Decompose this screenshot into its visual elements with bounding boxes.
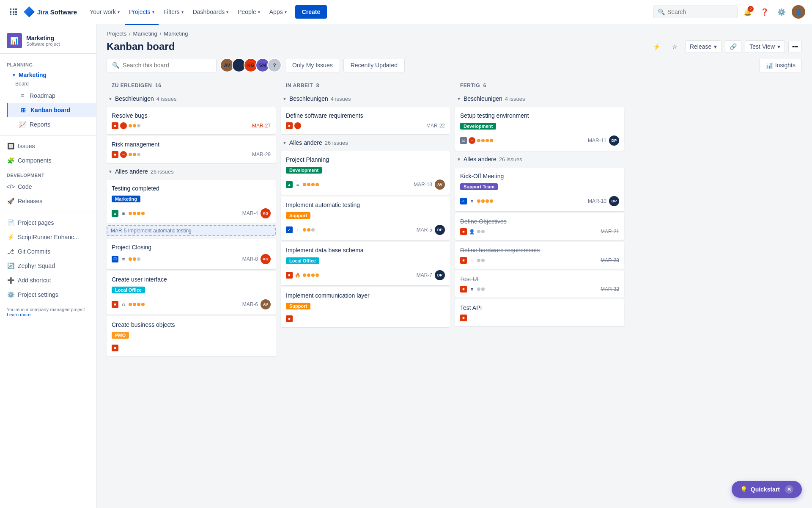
card-project-closing[interactable]: Project Closing ☑ ≡ MAR-8 bbox=[107, 239, 276, 269]
done-column: FERTIG 6 ▼ Beschleunigen 4 issues Setup … bbox=[455, 77, 624, 358]
more-options-button[interactable]: ••• bbox=[788, 41, 802, 53]
dots-icons bbox=[477, 259, 485, 262]
board-search-box[interactable]: 🔍 bbox=[107, 58, 217, 72]
card-avatar: DP bbox=[435, 225, 445, 235]
apps-grid-button[interactable] bbox=[7, 5, 20, 19]
help-button[interactable]: ❓ bbox=[758, 5, 771, 19]
nav-filters[interactable]: Filters ▾ bbox=[159, 6, 188, 18]
sidebar-item-reports[interactable]: 📈 Reports bbox=[7, 117, 96, 132]
issue-type-icon: ■ bbox=[112, 151, 118, 158]
swimlane-beschleunigen-done[interactable]: ▼ Beschleunigen 4 issues bbox=[455, 92, 624, 105]
card-setup-testing[interactable]: Setup testing environment Development ☑ … bbox=[455, 107, 624, 151]
nav-people[interactable]: People ▾ bbox=[233, 6, 264, 18]
card-avatar: KG bbox=[261, 254, 271, 264]
project-icon: 📊 bbox=[7, 33, 22, 48]
card-label-support: Support bbox=[286, 303, 310, 309]
sidebar-item-code[interactable]: </> Code bbox=[0, 179, 96, 194]
card-testing-completed[interactable]: Testing completed Marketing ▲ ≡ bbox=[107, 180, 276, 224]
recently-updated-button[interactable]: Recently Updated bbox=[343, 58, 405, 72]
search-input[interactable] bbox=[667, 8, 733, 15]
learn-more-link[interactable]: Learn more bbox=[7, 312, 30, 317]
breadcrumb-projects[interactable]: Projects bbox=[107, 30, 126, 37]
star-button[interactable]: ☆ bbox=[668, 41, 682, 52]
sidebar-item-issues[interactable]: 🔲 Issues bbox=[0, 139, 96, 153]
sidebar-item-add-shortcut[interactable]: ➕ Add shortcut bbox=[0, 273, 96, 287]
jira-logo[interactable]: Jira Software bbox=[24, 6, 77, 17]
card-implement-comm[interactable]: Implement communication layer Support ■ bbox=[281, 287, 450, 327]
card-title: Define software requirements bbox=[286, 112, 445, 119]
settings-button[interactable]: ⚙️ bbox=[775, 5, 788, 19]
lightning-button[interactable]: ⚡ bbox=[649, 41, 664, 52]
global-search-box[interactable]: 🔍 bbox=[653, 6, 738, 18]
notifications-button[interactable]: 🔔 2 bbox=[741, 5, 754, 19]
reports-icon: 📈 bbox=[19, 121, 26, 128]
release-button[interactable]: Release ▾ bbox=[685, 40, 721, 53]
nav-your-work[interactable]: Your work ▾ bbox=[85, 6, 124, 18]
card-test-ui[interactable]: Test UI ■ ≡ MAR-32 bbox=[455, 271, 624, 298]
card-define-software[interactable]: Define software requirements ■ − MAR-22 bbox=[281, 107, 450, 134]
quickstart-close-button[interactable]: ✕ bbox=[785, 485, 793, 494]
issue-type-icon: ■ bbox=[460, 228, 467, 235]
card-define-objectives[interactable]: Define Objectives ■ 👤 MAR-21 bbox=[455, 213, 624, 240]
sidebar-item-releases[interactable]: 🚀 Releases bbox=[0, 194, 96, 208]
swimlane-alles-ip[interactable]: ▼ Alles andere 26 issues bbox=[281, 136, 450, 149]
issue-type-icon: ☑ bbox=[460, 137, 467, 144]
breadcrumb-marketing-1[interactable]: Marketing bbox=[133, 30, 157, 37]
card-title: Test UI bbox=[460, 276, 619, 282]
card-icons: ■ − bbox=[112, 122, 140, 129]
card-label-local-office: Local Office bbox=[112, 287, 145, 293]
card-resolve-bugs[interactable]: Resolve bugs ■ − MAR-27 bbox=[107, 107, 276, 134]
sidebar-item-kanban[interactable]: ⊞ Kanban board bbox=[7, 103, 96, 117]
card-footer: ■ ○ MAR-6 AV bbox=[112, 299, 271, 309]
dots-icons bbox=[303, 273, 319, 277]
nav-projects[interactable]: Projects ▾ bbox=[125, 6, 159, 18]
breadcrumb-marketing-2[interactable]: Marketing bbox=[164, 30, 188, 37]
issue-type-icon: ■ bbox=[112, 301, 118, 308]
card-define-hardware[interactable]: Define hardware requirements ■ ↑ MAR-23 bbox=[455, 242, 624, 269]
view-button[interactable]: Test View ▾ bbox=[745, 40, 785, 53]
sidebar-item-zephyr[interactable]: 🔄 Zephyr Squad bbox=[0, 259, 96, 273]
main-content: Projects / Marketing / Marketing Kanban … bbox=[96, 24, 812, 508]
marketing-group-header[interactable]: ▼ Marketing bbox=[0, 69, 96, 81]
inprogress-column: IN ARBEIT 8 ▼ Beschleunigen 4 issues Def… bbox=[281, 77, 450, 358]
card-project-planning[interactable]: Project Planning Development ▲ ≡ bbox=[281, 151, 450, 195]
sidebar-item-git-commits[interactable]: ⎇ Git Commits bbox=[0, 244, 96, 259]
card-implement-auto[interactable]: Implement automatic testing Support ✓ ↑ bbox=[281, 196, 450, 240]
card-date: MAR-5 bbox=[417, 227, 432, 233]
sidebar-item-project-pages[interactable]: 📄 Project pages bbox=[0, 215, 96, 230]
notification-badge: 2 bbox=[748, 6, 754, 12]
swimlane-alles-done[interactable]: ▼ Alles andere 26 issues bbox=[455, 152, 624, 166]
create-button[interactable]: Create bbox=[295, 5, 327, 19]
card-footer: ■ − MAR-22 bbox=[286, 122, 445, 129]
priority-icon: ↑ bbox=[469, 257, 475, 264]
insights-button[interactable]: 📊 Insights bbox=[759, 58, 802, 72]
sidebar-item-components[interactable]: 🧩 Components bbox=[0, 153, 96, 168]
only-my-issues-button[interactable]: Only My Issues bbox=[285, 58, 340, 72]
card-test-api[interactable]: Test API ■ bbox=[455, 299, 624, 326]
card-footer: ▲ ≡ MAR-13 AV bbox=[286, 179, 445, 190]
share-button[interactable]: 🔗 bbox=[725, 40, 741, 53]
nav-apps[interactable]: Apps ▾ bbox=[265, 6, 291, 18]
swimlane-alles-todo[interactable]: ▼ Alles andere 26 issues bbox=[107, 165, 276, 178]
sidebar-footer: You're in a company-managed project Lear… bbox=[0, 302, 96, 322]
code-icon: </> bbox=[7, 183, 14, 190]
swimlane-beschleunigen-ip[interactable]: ▼ Beschleunigen 4 issues bbox=[281, 92, 450, 105]
sidebar-item-roadmap[interactable]: ≡ Roadmap bbox=[7, 88, 96, 103]
sidebar-item-project-settings[interactable]: ⚙️ Project settings bbox=[0, 287, 96, 302]
card-create-user-interface[interactable]: Create user interface Local Office ■ ○ bbox=[107, 271, 276, 315]
card-implement-db[interactable]: Implement data base schema Local Office … bbox=[281, 242, 450, 285]
sidebar-item-scriptrunner[interactable]: ⚡ ScriptRunner Enhanc... bbox=[0, 230, 96, 244]
swimlane-beschleunigen-todo[interactable]: ▼ Beschleunigen 4 issues bbox=[107, 92, 276, 105]
nav-dashboards[interactable]: Dashboards ▾ bbox=[189, 6, 233, 18]
board-search-input[interactable] bbox=[123, 62, 211, 69]
card-kickoff[interactable]: Kick-Off Meeting Support Team ✓ ≡ bbox=[455, 168, 624, 211]
card-risk-management[interactable]: Risk management ■ − MAR-29 bbox=[107, 136, 276, 163]
quickstart-button[interactable]: 💡 Quickstart ✕ bbox=[732, 481, 802, 498]
chevron-down-icon: ▼ bbox=[283, 97, 287, 101]
avatar-filter-5[interactable]: ? bbox=[267, 58, 282, 72]
chevron-down-icon: ▼ bbox=[457, 97, 461, 101]
insights-chart-icon: 📊 bbox=[765, 62, 773, 69]
card-create-business-objects[interactable]: Create business objects PMO ■ bbox=[107, 316, 276, 356]
user-avatar[interactable]: 👤 bbox=[792, 5, 805, 19]
issue-type-icon: ▲ bbox=[286, 181, 293, 188]
